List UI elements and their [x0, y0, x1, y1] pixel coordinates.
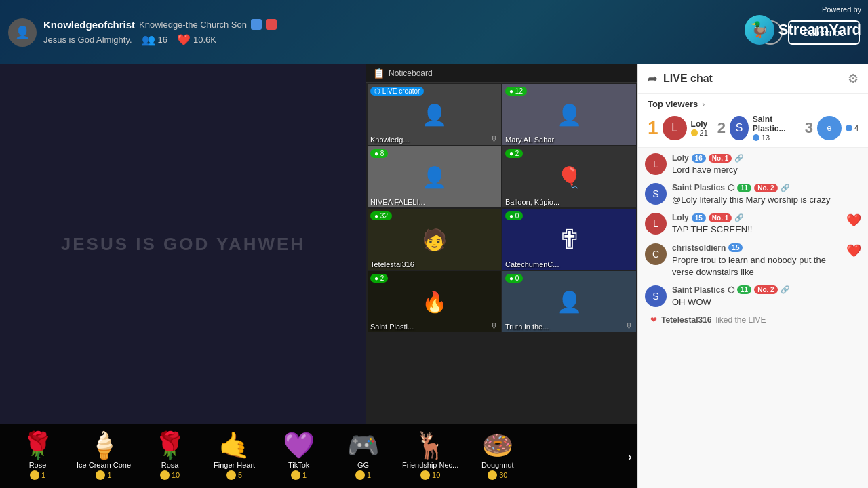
- viewer-1-score: 21: [691, 129, 708, 137]
- streamyard-bird-icon: 🦆: [745, 15, 774, 45]
- msg-1-avatar: L: [645, 153, 667, 175]
- gift-rose-emoji: 🌹: [22, 432, 54, 458]
- grid-cell-3[interactable]: 👤 ● 8 NIVEA FALELI...: [368, 146, 501, 207]
- viewer-count: 👥 16: [142, 33, 167, 46]
- grid-cell-8[interactable]: 👤 ● 0 Truth in the... 🎙: [502, 271, 636, 332]
- grid-cell-2[interactable]: 👤 ● 12 Mary.AL Sahar: [502, 84, 636, 145]
- msg-5-badge-1: 11: [737, 285, 751, 294]
- gift-finger-heart-count: 5: [226, 470, 242, 480]
- gift-tiktok[interactable]: 💜 TikTok 1: [267, 428, 331, 484]
- grid-cell-1[interactable]: 👤 ⬡ LIVE creator Knowledg... 🎙: [368, 84, 501, 145]
- msg-4-heart: ❤️: [846, 243, 861, 258]
- liked-heart-icon: ❤: [650, 315, 657, 325]
- gift-rosa-emoji: 🌹: [154, 432, 186, 458]
- gift-rosa[interactable]: 🌹 Rosa 10: [138, 428, 202, 484]
- msg-5-badge-2: No. 2: [754, 285, 777, 294]
- grid-cell-3-label: NIVEA FALELI...: [370, 198, 425, 206]
- gift-gg-name: GG: [357, 461, 369, 469]
- grid-cell-7-icon: 🎙: [490, 321, 498, 331]
- grid-cell-5[interactable]: 🧑 ● 32 Tetelestai316: [368, 209, 501, 270]
- main-content: JESUS IS GOD YAHWEH 📋 Noticeboard 👤 ⬡ LI…: [0, 64, 868, 488]
- viewer-3-score: 4: [846, 124, 859, 132]
- gift-ice-cream[interactable]: 🍦 Ice Cream Cone 1: [70, 428, 138, 484]
- gift-ice-cream-emoji: 🍦: [88, 432, 120, 458]
- chat-header: ➦ LIVE chat ⚙: [638, 64, 868, 94]
- grid-cell-7-badge: ● 2: [370, 274, 388, 283]
- msg-2-text: @Loly literally this Mary worship is cra…: [672, 194, 861, 206]
- msg-1-text: Lord have mercy: [672, 164, 861, 176]
- viewer-1-avatar: L: [663, 116, 687, 140]
- msg-4-body: christsoldiern 15 Propre trou to learn a…: [672, 243, 841, 279]
- viewer-3-avatar: e: [817, 116, 842, 140]
- video-area: JESUS IS GOD YAHWEH 📋 Noticeboard 👤 ⬡ LI…: [0, 64, 637, 488]
- msg-3-text: TAP THE SCREEN!!: [672, 224, 841, 236]
- grid-cell-2-badge: ● 12: [505, 87, 527, 96]
- gift-rosa-name: Rosa: [161, 461, 179, 469]
- channel-info: Knowledgeofchrist Knowledge-the Church S…: [43, 19, 758, 46]
- msg-2-badge-1: 11: [737, 184, 751, 192]
- main-video: JESUS IS GOD YAHWEH: [0, 64, 366, 424]
- gift-finger-heart-name: Finger Heart: [214, 461, 255, 469]
- grid-cell-4[interactable]: 🎈 ● 2 Balloon, Kúpio...: [502, 146, 636, 207]
- gift-rose[interactable]: 🌹 Rose 1: [5, 428, 70, 484]
- grid-cell-6-badge: ● 0: [505, 211, 523, 220]
- msg-3-avatar: L: [645, 213, 667, 235]
- gift-tiktok-name: TikTok: [288, 461, 309, 469]
- grid-cell-8-label: Truth in the...: [505, 323, 549, 331]
- msg-1-badge-2: No. 1: [709, 154, 732, 163]
- chat-msg-5: S Saint Plastics ⬡ 11 No. 2 🔗 OH WOW: [645, 285, 861, 308]
- grid-cell-6-label: CatechumenC...: [505, 260, 559, 268]
- gift-tiktok-count: 1: [291, 470, 307, 480]
- viewer-1-score-dot: [691, 129, 698, 136]
- gift-friendship-name: Friendship Nec...: [402, 461, 458, 469]
- chat-msg-6-liked: ❤ Tetelestal316 liked the LIVE: [645, 315, 861, 325]
- gift-friendship[interactable]: 🦌 Friendship Nec... 10: [395, 428, 465, 484]
- channel-name: Knowledgeofchrist Knowledge-the Church S…: [43, 19, 758, 30]
- rank-2: 2: [717, 119, 726, 137]
- msg-1-badge-1: 16: [692, 154, 706, 163]
- top-viewers-list: 1 L Loly 21 2 S Saint Plastic...: [648, 115, 859, 142]
- gift-doughnut[interactable]: 🍩 Doughnut 30: [465, 428, 530, 484]
- grid-cells: 👤 ⬡ LIVE creator Knowledg... 🎙 👤 ● 12 Ma…: [366, 83, 637, 424]
- gift-friendship-count: 10: [420, 470, 440, 480]
- msg-5-avatar: S: [645, 285, 667, 307]
- top-viewers-arrow[interactable]: ›: [702, 100, 705, 109]
- channel-description: Jesus is God Almighty.: [43, 35, 132, 45]
- video-inner: JESUS IS GOD YAHWEH 📋 Noticeboard 👤 ⬡ LI…: [0, 64, 637, 424]
- viewer-3-score-val: 4: [854, 124, 859, 132]
- grid-cell-1-label: Knowledg...: [370, 136, 409, 144]
- streamyard-text: StreamYard: [778, 21, 861, 39]
- gift-doughnut-count: 30: [488, 470, 507, 480]
- msg-4-avatar: C: [645, 243, 667, 265]
- gift-finger-heart-emoji: 🤙: [218, 432, 250, 458]
- liked-text: liked the LIVE: [716, 315, 766, 325]
- gift-gg[interactable]: 🎮 GG 1: [331, 428, 395, 484]
- msg-2-user: Saint Plastics ⬡ 11 No. 2 🔗: [672, 183, 861, 192]
- grid-cell-6[interactable]: ✟ ● 0 CatechumenC...: [502, 209, 636, 270]
- top-bar: 👤 Knowledgeofchrist Knowledge-the Church…: [0, 0, 868, 64]
- gifts-scroll-arrow[interactable]: ›: [627, 448, 632, 464]
- chat-msg-2: S Saint Plastics ⬡ 11 No. 2 🔗 @Loly lite…: [645, 183, 861, 206]
- msg-4-text: Propre trou to learn and nobody put the …: [672, 254, 841, 279]
- viewer-2-score: 13: [753, 134, 795, 142]
- grid-cell-2-label: Mary.AL Sahar: [505, 136, 554, 144]
- msg-4-badge-1: 15: [728, 243, 743, 252]
- viewer-1-name: Loly: [691, 119, 708, 129]
- gift-gg-emoji: 🎮: [347, 432, 379, 458]
- chat-settings-icon[interactable]: ⚙: [848, 71, 859, 86]
- msg-2-body: Saint Plastics ⬡ 11 No. 2 🔗 @Loly litera…: [672, 183, 861, 206]
- chat-msg-1: L Loly 16 No. 1 🔗 Lord have mercy: [645, 153, 861, 176]
- channel-meta: Jesus is God Almighty. 👥 16 ❤️ 10.6K: [43, 33, 758, 46]
- rank-1: 1: [648, 117, 658, 139]
- chat-msg-3: L Loly 15 No. 1 🔗 TAP THE SCREEN!! ❤️: [645, 213, 861, 236]
- grid-cell-7[interactable]: 🔥 ● 2 Saint Plasti... 🎙: [368, 271, 501, 332]
- liked-user: Tetelestal316: [661, 315, 712, 325]
- grid-cell-5-badge: ● 32: [370, 211, 392, 220]
- gift-doughnut-name: Doughnut: [481, 461, 514, 469]
- viewer-2-name: Saint Plastic...: [753, 115, 795, 134]
- msg-2-avatar: S: [645, 183, 667, 205]
- chat-icon: ➦: [648, 71, 658, 86]
- grid-cell-4-label: Balloon, Kúpio...: [505, 198, 559, 206]
- grid-cell-4-badge: ● 2: [505, 149, 523, 158]
- gift-finger-heart[interactable]: 🤙 Finger Heart 5: [202, 428, 267, 484]
